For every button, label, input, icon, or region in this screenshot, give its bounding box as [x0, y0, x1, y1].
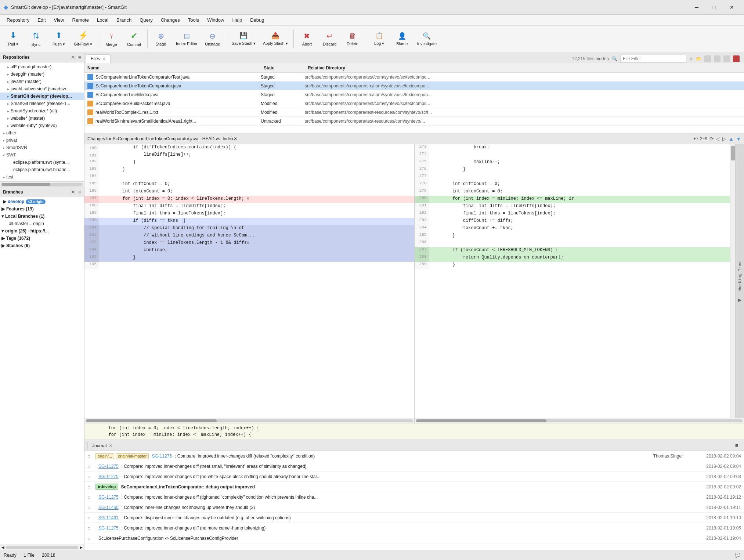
file-row-1[interactable]: ScCompareInnerLineTokenComparator.java S…	[84, 82, 744, 90]
branch-group-tags[interactable]: ▶ Tags (1672)	[0, 235, 84, 242]
right-arrow-icon[interactable]: ▶	[80, 545, 83, 549]
pull-button[interactable]: ⬇ Pull ▾	[2, 27, 24, 51]
diff-down-icon[interactable]: ▼	[736, 136, 741, 142]
file-row-4[interactable]: realWorldTooComplex1.res.1.txt Modified …	[84, 108, 744, 117]
repo-item-eclipse-swt[interactable]: eclipse.platform.swt (synte...	[0, 159, 84, 166]
stage-button[interactable]: ⊕ Stage	[150, 27, 172, 51]
branches-menu-icon[interactable]: ≡	[78, 189, 81, 195]
unstage-button[interactable]: ⊖ Unstage	[202, 27, 224, 51]
tab-files-close-icon[interactable]: ✕	[102, 56, 106, 61]
tab-journal[interactable]: Journal ✕	[87, 442, 117, 449]
journal-link-2[interactable]: SG-11275	[98, 474, 119, 479]
push-button[interactable]: ⬆ Push ▾	[48, 27, 70, 51]
repo-group-other[interactable]: ▸ other	[0, 129, 84, 137]
diff-forward-icon[interactable]: ▷	[722, 136, 726, 142]
menu-changes[interactable]: Changes	[157, 16, 184, 24]
journal-row-3[interactable]: ○ ▶develop ScCompareInnerLineTokenCompar…	[84, 482, 744, 492]
apply-stash-button[interactable]: 📤 Apply Stash ▾	[260, 27, 291, 51]
journal-link-7[interactable]: SG-11275	[98, 525, 119, 531]
branch-group-stashes[interactable]: ▶ Stashes (6)	[0, 242, 84, 249]
journal-row-4[interactable]: ○ SG-11275 : Compare: improved inner-cha…	[84, 492, 744, 502]
close-button[interactable]: ✕	[723, 1, 740, 13]
commit-button[interactable]: ✔ Commit	[123, 27, 145, 51]
diff-back-icon[interactable]: ◁	[716, 136, 720, 142]
repo-item-smartgit-release[interactable]: ▸ SmartGit release* (release-1...	[0, 100, 84, 107]
branches-hscrollbar[interactable]: ◀ ▶	[0, 545, 84, 550]
repo-group-test[interactable]: ▸ test	[0, 173, 84, 181]
menu-tools[interactable]: Tools	[184, 16, 203, 24]
menu-view[interactable]: View	[50, 16, 68, 24]
journal-row-5[interactable]: ○ SG-11460 : Compare: inner-line changes…	[84, 502, 744, 513]
diff-vscrollbar[interactable]	[730, 144, 735, 418]
working-tree-arrow-icon[interactable]: ▶	[738, 296, 742, 304]
menu-remote[interactable]: Remote	[69, 16, 93, 24]
menu-query[interactable]: Query	[136, 16, 156, 24]
journal-link-0[interactable]: SG-11275	[152, 454, 172, 459]
file-row-2[interactable]: ScCompareInnerLineMedia.java Staged src/…	[84, 90, 744, 99]
filter-btn2[interactable]	[714, 55, 720, 62]
menu-window[interactable]: Window	[203, 16, 228, 24]
journal-row-7[interactable]: ○ SG-11275 : Compare: improved inner-cha…	[84, 523, 744, 533]
delete-button[interactable]: 🗑 Delete	[342, 27, 364, 51]
sync-button[interactable]: ⇅ Sync	[25, 27, 47, 51]
filter-clear-icon[interactable]: ✕	[689, 56, 693, 61]
branches-close-icon[interactable]: ✕	[71, 189, 75, 195]
repositories-close-icon[interactable]: ✕	[71, 54, 75, 60]
journal-link-4[interactable]: SG-11275	[98, 495, 119, 500]
branch-group-origin[interactable]: ▾ origin (26) - https://...	[0, 227, 84, 235]
branch-group-local[interactable]: ▾ Local Branches (1)	[0, 213, 84, 220]
diff-pane-left[interactable]: 180 if (diffTokenIndices.contains(index)…	[84, 144, 415, 418]
git-flow-button[interactable]: ⚡ Git-Flow ▾	[71, 27, 95, 51]
save-stash-button[interactable]: 💾 Save Stash ▾	[228, 27, 259, 51]
diff-pane-right[interactable]: 273 break; 274 275 maxLine--;	[415, 144, 744, 418]
repo-item-javahl[interactable]: ▸ javahl* (master)	[0, 78, 84, 85]
journal-menu-icon[interactable]: ≡	[732, 442, 741, 448]
log-button[interactable]: 📋 Log ▾	[368, 27, 390, 51]
journal-link-6[interactable]: SG-11461	[98, 515, 119, 520]
repositories-menu-icon[interactable]: ≡	[78, 54, 81, 60]
branch-item-develop[interactable]: ▶ develop <3 origin	[0, 198, 84, 205]
index-editor-button[interactable]: ▤ Index Editor	[173, 27, 201, 51]
menu-local[interactable]: Local	[93, 16, 112, 24]
menu-branch[interactable]: Branch	[113, 16, 135, 24]
investigate-button[interactable]: 🔍 Investigate	[414, 27, 440, 51]
menu-repository[interactable]: Repository	[3, 16, 33, 24]
discard-button[interactable]: ↩ Discard	[319, 27, 341, 51]
filter-folder-icon[interactable]: 📁	[696, 56, 701, 61]
diff-refresh-icon[interactable]: ⟳	[709, 136, 714, 142]
journal-row-8[interactable]: ○ ScLicensePurchaseConfiguration -> ScLi…	[84, 533, 744, 543]
branch-group-features[interactable]: ▶ Features (19)	[0, 205, 84, 213]
file-row-0[interactable]: ScCompareInnerLineTokenComparatorTest.ja…	[84, 73, 744, 82]
journal-link-1[interactable]: SG-11275	[98, 464, 119, 469]
filter-btn3[interactable]	[723, 55, 730, 62]
journal-row-0[interactable]: ○ origin/... origin/all-master SG-11275 …	[84, 451, 744, 461]
repo-item-website[interactable]: ▸ website* (master)	[0, 115, 84, 122]
repo-group-swt[interactable]: ▾ SWT	[0, 151, 84, 159]
repo-group-smartsvn[interactable]: ▸ SmartSVN	[0, 144, 84, 151]
tab-files[interactable]: Files ✕	[86, 54, 111, 63]
repo-item-deepgit[interactable]: ▸ deepgit* (master)	[0, 71, 84, 78]
menu-edit[interactable]: Edit	[34, 16, 49, 24]
minimize-button[interactable]: ─	[688, 1, 705, 13]
filter-btn1[interactable]	[704, 55, 711, 62]
repo-item-all[interactable]: ▸ all* (smartgit-master)	[0, 63, 84, 71]
journal-row-2[interactable]: ○ SG-11275 : Compare: improved inner-cha…	[84, 472, 744, 482]
repo-item-smartsynchronize[interactable]: ▸ SmartSynchronize* (all)	[0, 107, 84, 115]
blame-button[interactable]: 👤 Blame	[391, 27, 413, 51]
journal-link-5[interactable]: SG-11460	[98, 505, 119, 510]
diff-up-icon[interactable]: ▲	[729, 136, 734, 142]
menu-debug[interactable]: Debug	[246, 16, 268, 24]
journal-row-6[interactable]: ○ SG-11461 : Compare: displayed inner-li…	[84, 513, 744, 523]
file-filter-input[interactable]	[620, 55, 686, 63]
branch-all-master[interactable]: all-master = origin	[0, 220, 84, 227]
repo-item-eclipse-swt-bin[interactable]: eclipse.platform.swt.binarie...	[0, 166, 84, 173]
journal-row-1[interactable]: ○ SG-11275 : Compare: improved inner-cha…	[84, 461, 744, 472]
abort-button[interactable]: ✖ Abort	[296, 27, 318, 51]
filter-btn4[interactable]	[733, 55, 740, 62]
merge-button[interactable]: ⑂ Merge	[100, 27, 122, 51]
repo-item-javahl-sub[interactable]: ▸ javahl-subversion* (smartsvr...	[0, 85, 84, 93]
file-row-5[interactable]: realWorldSkinIrrelevantSmallIdenticalAre…	[84, 117, 744, 126]
repo-item-website-ruby[interactable]: ▸ website-ruby* (syntevo)	[0, 122, 84, 129]
menu-help[interactable]: Help	[228, 16, 246, 24]
diff-close-icon[interactable]: ✕	[234, 136, 237, 141]
